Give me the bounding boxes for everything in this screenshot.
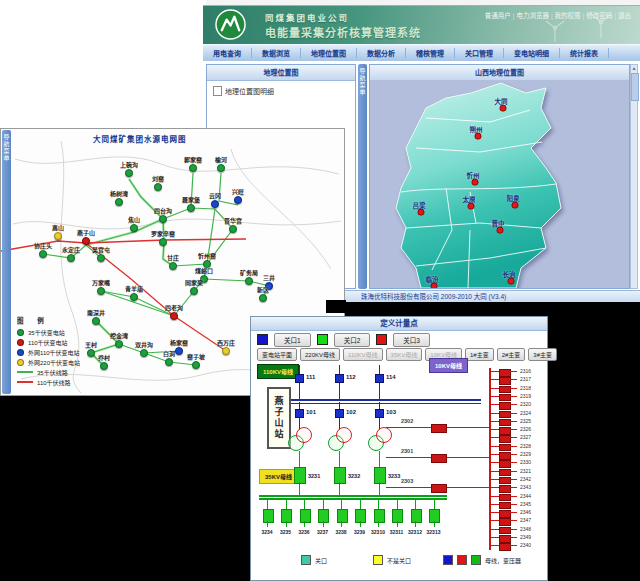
substation-node-聂家堡[interactable] — [187, 204, 195, 212]
incomer-breaker-3233[interactable] — [374, 467, 386, 484]
legend-label: 外网110千伏变电站 — [28, 348, 80, 357]
substation-node-刘窑[interactable] — [154, 183, 162, 191]
feeder35-breaker-32312[interactable] — [411, 509, 422, 523]
feeder10-line — [489, 429, 499, 430]
substation-node-四台沟[interactable] — [159, 215, 167, 223]
substation-node-杨树湾[interactable] — [115, 198, 123, 206]
feeder-line — [267, 521, 268, 527]
feeder35-breaker-3238[interactable] — [337, 509, 348, 523]
substation-node-万家嘴[interactable] — [97, 287, 105, 295]
feeder-line — [434, 521, 435, 527]
city-marker-icon — [508, 278, 515, 285]
nav-collapse-strip[interactable]: 导航菜单 — [358, 64, 367, 289]
feeder10-line — [489, 512, 499, 513]
bus-35kv-line — [259, 498, 447, 500]
feeder35-breaker-32313[interactable] — [429, 509, 440, 523]
nav-item-数据浏览[interactable]: 数据浏览 — [252, 48, 301, 58]
nav-item-稽核管理[interactable]: 稽核管理 — [406, 48, 455, 58]
scrollbar-thumb[interactable] — [631, 73, 639, 101]
grid-collapse-strip[interactable]: 导航菜单 — [2, 130, 11, 394]
legend-label: 110千伏线路 — [37, 378, 71, 387]
substation-node-四老沟[interactable] — [170, 312, 178, 320]
nav-item-地理位置图[interactable]: 地理位置图 — [301, 48, 357, 58]
feeder35-breaker-32311[interactable] — [392, 509, 403, 523]
substation-node-郭家窑[interactable] — [189, 164, 197, 172]
nav-item-变电站明细[interactable]: 变电站明细 — [504, 48, 560, 58]
button-关口2[interactable]: 关口2 — [334, 333, 371, 347]
breaker-101[interactable] — [295, 409, 304, 418]
breaker-114[interactable] — [375, 374, 384, 383]
substation-node-吴官屯[interactable] — [97, 254, 105, 262]
substation-node-矿务局[interactable] — [245, 277, 253, 285]
breaker-label: 112 — [346, 374, 356, 380]
substation-node-上碗沟[interactable] — [125, 169, 133, 177]
feeder35-breaker-32310[interactable] — [374, 509, 385, 523]
substation-node-焦山[interactable] — [130, 224, 138, 232]
breaker-111[interactable] — [295, 374, 304, 383]
feeder10-label: 2348 — [520, 526, 531, 532]
substation-node-杨家窑[interactable] — [175, 347, 183, 355]
feeder35-breaker-3237[interactable] — [318, 509, 329, 523]
nav-item-关口管理[interactable]: 关口管理 — [455, 48, 504, 58]
substation-node-兴旺[interactable] — [234, 196, 242, 204]
incomer-breaker-3232[interactable] — [334, 467, 346, 484]
button-2#主变[interactable]: 2#主变 — [497, 348, 526, 361]
substation-node-挖金湾[interactable] — [115, 340, 123, 348]
feeder35-breaker-3234[interactable] — [263, 509, 274, 523]
user-link-普通用户[interactable]: 普通用户 — [485, 12, 511, 19]
substation-node-永定庄[interactable] — [67, 254, 75, 262]
legend-dot-icon — [17, 329, 24, 336]
feeder10-label: 2343 — [520, 484, 531, 490]
incomer-label: 3233 — [388, 473, 400, 479]
map-scrollbar[interactable]: ▲ — [630, 64, 638, 289]
outlet-breaker-2303[interactable] — [431, 484, 447, 493]
button-变电站平面[interactable]: 变电站平面 — [257, 348, 297, 361]
substation-node-甘庄[interactable] — [169, 262, 177, 270]
substation-node-高山[interactable] — [54, 232, 62, 240]
feeder35-breaker-3239[interactable] — [355, 509, 366, 523]
substation-node-乔村[interactable] — [100, 362, 108, 370]
user-link-电力浏览器[interactable]: 电力浏览器 — [516, 12, 549, 19]
outlet-breaker-2301[interactable] — [431, 454, 447, 463]
substation-node-青羊庙[interactable] — [130, 293, 138, 301]
button-3#主变[interactable]: 3#主变 — [528, 348, 557, 361]
substation-node-晋华宫[interactable] — [229, 225, 237, 233]
shanxi-map[interactable]: 大同朔州忻州吕梁太原阳泉晋中临汾长治 — [370, 80, 629, 288]
substation-node-榆河[interactable] — [217, 164, 225, 172]
substation-node-云冈[interactable] — [211, 200, 219, 208]
substation-node-燕子山[interactable] — [82, 237, 90, 245]
substation-node-协庄头[interactable] — [39, 250, 47, 258]
substation-diagram: 110KV母线 35KV母线 燕子山站 111101112102114103 2… — [251, 363, 547, 580]
document-icon — [213, 86, 222, 96]
substation-node-王村[interactable] — [87, 349, 95, 357]
substation-node-窑子坡[interactable] — [192, 361, 200, 369]
breaker-112[interactable] — [335, 374, 344, 383]
breaker-102[interactable] — [335, 409, 344, 418]
nav-item-数据分析[interactable]: 数据分析 — [357, 48, 406, 58]
nav-item-统计报表[interactable]: 统计报表 — [560, 48, 609, 58]
feeder10-line — [489, 462, 499, 463]
substation-node-新区[interactable] — [259, 294, 267, 302]
user-link-修改密码[interactable]: 修改密码 — [586, 12, 612, 19]
substation-node-白洞[interactable] — [165, 358, 173, 366]
substation-node-南深井[interactable] — [92, 317, 100, 325]
legend-dot-icon — [17, 349, 24, 356]
substation-node-西万庄[interactable] — [222, 347, 230, 355]
tree-item-geomap-detail[interactable]: 地理位置图明细 — [207, 81, 355, 96]
feeder35-breaker-3235[interactable] — [281, 509, 292, 523]
substation-node-同家梁[interactable] — [190, 287, 198, 295]
incomer-breaker-3231[interactable] — [294, 467, 306, 484]
button-1#主变[interactable]: 1#主变 — [465, 348, 494, 361]
button-220KV母线[interactable]: 220KV母线 — [300, 348, 340, 361]
button-关口3[interactable]: 关口3 — [393, 333, 430, 347]
substation-node-双井沟[interactable] — [140, 349, 148, 357]
user-link-我的权限[interactable]: 我的权限 — [555, 12, 581, 19]
nav-item-用电查询[interactable]: 用电查询 — [203, 48, 252, 58]
outlet-breaker-2302[interactable] — [431, 424, 447, 433]
substation-node-罗家辛窑[interactable] — [159, 238, 167, 246]
button-关口1[interactable]: 关口1 — [274, 333, 311, 347]
feeder35-breaker-3236[interactable] — [300, 509, 311, 523]
breaker-103[interactable] — [375, 409, 384, 418]
feeder10-label: 2349 — [520, 534, 531, 540]
user-link-退出[interactable]: 退出 — [618, 12, 631, 19]
